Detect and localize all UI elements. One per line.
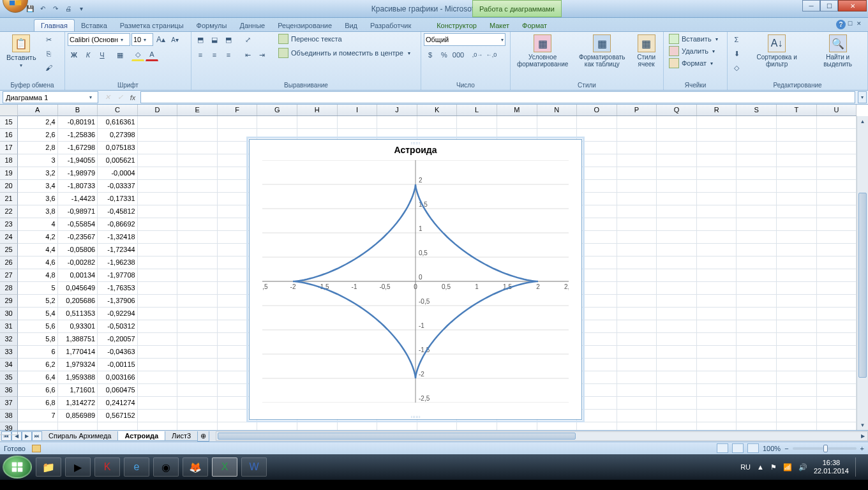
media-player-icon[interactable]: ▶ [65, 457, 91, 477]
cell[interactable] [817, 410, 857, 422]
cell[interactable] [817, 384, 857, 396]
column-header[interactable]: A [18, 105, 58, 115]
cell[interactable] [617, 116, 657, 128]
tab-insert[interactable]: Вставка [75, 20, 114, 31]
column-header[interactable]: O [577, 105, 617, 115]
column-header[interactable]: T [777, 105, 817, 115]
cell[interactable]: -0,50312 [98, 320, 138, 332]
cell[interactable] [737, 218, 777, 230]
cell[interactable] [377, 422, 417, 430]
row-header[interactable]: 30 [0, 308, 18, 320]
zoom-in-icon[interactable]: + [860, 445, 864, 452]
cell[interactable] [218, 116, 258, 128]
cell[interactable]: 2,4 [18, 116, 58, 128]
cell[interactable] [737, 371, 777, 383]
row-header[interactable]: 15 [0, 116, 18, 129]
cell[interactable]: 6,4 [18, 371, 58, 383]
cell[interactable]: -0,00282 [58, 256, 98, 269]
column-header[interactable]: P [617, 105, 657, 115]
cell[interactable] [657, 244, 697, 256]
cell[interactable] [777, 142, 817, 154]
print-preview-icon[interactable]: 🖨 [63, 3, 74, 15]
cell[interactable] [657, 410, 697, 422]
cell[interactable] [737, 346, 777, 358]
row-header[interactable]: 25 [0, 244, 18, 256]
increase-decimal-icon[interactable]: ,0→ [471, 48, 484, 61]
flag-icon[interactable]: ⚑ [770, 463, 777, 471]
cell[interactable] [497, 116, 537, 128]
cell[interactable]: 0,205686 [58, 295, 98, 307]
cell[interactable] [817, 308, 857, 320]
cell[interactable] [697, 256, 737, 269]
cell[interactable]: -0,03337 [98, 180, 138, 192]
cell[interactable]: 0,856989 [58, 410, 98, 422]
cell[interactable] [138, 129, 178, 141]
cell[interactable] [138, 167, 178, 179]
font-size-combo[interactable]: 10▾ [131, 33, 153, 46]
row-header[interactable]: 24 [0, 231, 18, 244]
cell[interactable] [177, 333, 218, 345]
cell[interactable] [577, 308, 617, 320]
cell[interactable]: -0,17331 [98, 193, 138, 205]
cell[interactable] [817, 244, 857, 256]
cell[interactable] [657, 116, 697, 128]
row-header[interactable]: 16 [0, 129, 18, 142]
cell[interactable] [697, 320, 737, 332]
cell[interactable] [697, 142, 737, 154]
undo-icon[interactable]: ↶ [37, 3, 49, 15]
cell[interactable]: -1,80733 [58, 180, 98, 192]
cell[interactable]: -1,94055 [58, 154, 98, 167]
cell[interactable] [457, 116, 497, 128]
cell[interactable] [177, 154, 218, 167]
font-name-combo[interactable]: Calibri (Основн▾ [68, 33, 130, 46]
cell[interactable] [537, 116, 578, 128]
cell[interactable] [577, 167, 617, 179]
cell[interactable] [657, 295, 697, 307]
cell[interactable] [777, 308, 817, 320]
cell[interactable] [657, 308, 697, 320]
cell[interactable] [577, 346, 617, 358]
align-left-icon[interactable]: ≡ [194, 48, 207, 61]
cell[interactable] [817, 397, 857, 409]
sort-filter-button[interactable]: A↓Сортировка и фильтр [745, 33, 808, 69]
explorer-icon[interactable]: 📁 [36, 457, 61, 477]
cell[interactable] [817, 320, 857, 332]
cell[interactable] [697, 359, 737, 371]
cell[interactable] [737, 231, 777, 243]
cell[interactable] [737, 180, 777, 192]
cell[interactable]: -0,04363 [98, 346, 138, 358]
cell[interactable] [297, 116, 338, 128]
cell[interactable] [777, 193, 817, 205]
cell[interactable] [737, 282, 777, 294]
cell[interactable]: -0,00115 [98, 359, 138, 371]
cell[interactable] [577, 231, 617, 243]
expand-formula-bar-icon[interactable]: ▾ [858, 91, 867, 103]
cell[interactable] [777, 359, 817, 371]
cell[interactable] [697, 346, 737, 358]
cell[interactable]: 0,567152 [98, 410, 138, 422]
cell[interactable] [737, 142, 777, 154]
cell[interactable] [777, 231, 817, 243]
column-header[interactable]: L [457, 105, 497, 115]
cell[interactable] [177, 244, 218, 256]
cell[interactable]: -1,96238 [98, 256, 138, 269]
cell[interactable] [657, 256, 697, 269]
column-header[interactable]: R [697, 105, 737, 115]
cell[interactable] [577, 129, 617, 141]
cell[interactable]: 0,075183 [98, 142, 138, 154]
cell[interactable] [777, 154, 817, 167]
cell[interactable] [617, 193, 657, 205]
column-header[interactable]: H [297, 105, 338, 115]
conditional-format-button[interactable]: ▦Условное форматирование [513, 33, 572, 69]
cell[interactable] [777, 295, 817, 307]
cell[interactable] [777, 282, 817, 294]
bold-icon[interactable]: Ж [68, 48, 80, 61]
cell[interactable]: -1,37906 [98, 295, 138, 307]
cell[interactable]: -0,98971 [58, 205, 98, 218]
cell[interactable] [177, 167, 218, 179]
fx-icon[interactable]: fx [128, 93, 138, 103]
cell[interactable] [138, 346, 178, 358]
cell[interactable]: 0,241274 [98, 397, 138, 409]
cell[interactable]: 0,00134 [58, 269, 98, 281]
cell[interactable] [577, 256, 617, 269]
